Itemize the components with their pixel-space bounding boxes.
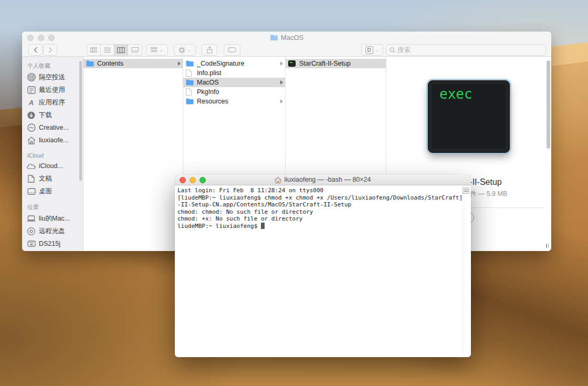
sidebar-item-nas[interactable]: DS215j bbox=[22, 237, 83, 250]
icon-view-button[interactable] bbox=[87, 45, 101, 55]
terminal-prompt-line: liudeMBP:~ liuxiaofeng$ bbox=[177, 223, 463, 230]
nas-icon bbox=[27, 239, 36, 248]
folder-icon bbox=[270, 34, 278, 41]
group-by-icon bbox=[151, 47, 157, 53]
sidebar-item-creative-cloud[interactable]: Creative... bbox=[22, 121, 83, 134]
sidebar-item-label: liuxiaofe... bbox=[39, 137, 68, 144]
chevron-down-icon: ⌄ bbox=[159, 47, 163, 53]
preview-scrollbar[interactable] bbox=[547, 60, 550, 149]
file-name: _CodeSignature bbox=[197, 60, 279, 67]
tags-button[interactable] bbox=[224, 44, 240, 56]
file-row-macos[interactable]: MacOS bbox=[183, 78, 285, 87]
share-icon bbox=[207, 46, 213, 54]
chevron-right-icon bbox=[280, 80, 283, 85]
sidebar-item-desktop[interactable]: 桌面 bbox=[22, 185, 83, 197]
back-button[interactable] bbox=[28, 44, 43, 56]
finder-titlebar[interactable]: MacOS bbox=[22, 32, 551, 57]
document-icon bbox=[186, 69, 194, 77]
gallery-view-icon bbox=[131, 47, 139, 53]
terminal-window-title: liuxiaofeng — -bash — 80×24 bbox=[175, 176, 471, 184]
sidebar-item-mac[interactable]: liu的Mac... bbox=[22, 212, 83, 225]
file-name: StarCraft-II-Setup bbox=[299, 60, 384, 67]
sidebar-item-label: 最近使用 bbox=[39, 86, 65, 95]
mac-icon bbox=[27, 214, 36, 223]
sidebar-section-icloud: iCloud bbox=[22, 150, 83, 160]
gear-icon bbox=[178, 47, 185, 54]
remote-disc-icon bbox=[27, 227, 36, 236]
list-view-icon bbox=[104, 47, 111, 53]
chevron-right-icon bbox=[48, 47, 52, 53]
search-placeholder: 搜索 bbox=[397, 46, 411, 55]
dropbox-d-button[interactable]: D ⌄ bbox=[361, 44, 383, 56]
sidebar-item-label: 隔空投送 bbox=[39, 73, 65, 82]
file-row-codesignature[interactable]: _CodeSignature bbox=[183, 59, 285, 68]
home-proxy-icon bbox=[275, 177, 281, 183]
sidebar-item-label: 应用程序 bbox=[39, 98, 65, 107]
file-row-infoplist[interactable]: Info.plist bbox=[183, 68, 285, 78]
action-button[interactable]: ⌄ bbox=[174, 44, 196, 56]
search-icon bbox=[390, 47, 395, 53]
sidebar-item-label: iCloud... bbox=[39, 162, 63, 170]
file-name: Contents bbox=[97, 60, 176, 67]
chevron-down-icon: ⌄ bbox=[187, 47, 192, 53]
file-row-starcraft-setup[interactable]: StarCraft-II-Setup bbox=[286, 59, 386, 68]
exec-label: exec bbox=[439, 86, 472, 102]
terminal-scrollbar-track[interactable] bbox=[463, 185, 463, 357]
chevron-down-icon: ⌄ bbox=[375, 47, 380, 53]
sidebar-scrollbar[interactable] bbox=[79, 61, 82, 181]
tag-icon bbox=[228, 47, 236, 53]
view-mode-control bbox=[87, 44, 142, 56]
column-view-button[interactable] bbox=[114, 45, 128, 55]
downloads-icon bbox=[27, 111, 36, 120]
terminal-line: Last login: Fri Feb 8 11:28:24 on ttys00… bbox=[177, 187, 463, 194]
sidebar-item-label: Creative... bbox=[39, 124, 69, 131]
forward-button[interactable] bbox=[43, 44, 57, 56]
executable-preview-icon[interactable]: exec bbox=[428, 80, 510, 153]
gallery-view-button[interactable] bbox=[128, 45, 142, 55]
sidebar-item-label: 远程光盘 bbox=[39, 227, 65, 236]
sidebar-item-downloads[interactable]: 下载 bbox=[22, 109, 83, 121]
chevron-right-icon bbox=[280, 61, 283, 66]
group-button[interactable]: ⌄ bbox=[146, 44, 168, 56]
terminal-cursor bbox=[261, 223, 265, 229]
file-row-contents[interactable]: Contents bbox=[83, 59, 183, 68]
folder-icon bbox=[186, 98, 194, 105]
terminal-marks-button[interactable] bbox=[463, 187, 469, 194]
file-row-pkginfo[interactable]: PkgInfo bbox=[183, 87, 285, 97]
search-field[interactable]: 搜索 bbox=[386, 44, 546, 56]
finder-column-1: Contents bbox=[83, 57, 183, 251]
sidebar-item-label: 文稿 bbox=[39, 174, 52, 183]
recents-icon bbox=[27, 86, 36, 95]
column-view-icon bbox=[117, 47, 125, 53]
terminal-window: liuxiaofeng — -bash — 80×24 Last login: … bbox=[175, 175, 471, 357]
terminal-titlebar[interactable]: liuxiaofeng — -bash — 80×24 bbox=[175, 175, 471, 185]
column-resize-handle[interactable] bbox=[546, 244, 549, 248]
sidebar-item-home[interactable]: liuxiaofe... bbox=[22, 134, 83, 147]
terminal-line: chmod: chmod: No such file or directory bbox=[177, 208, 463, 216]
sidebar-item-documents[interactable]: 文稿 bbox=[22, 172, 83, 185]
sidebar-item-applications[interactable]: A 应用程序 bbox=[22, 96, 83, 109]
sidebar-item-label: liu的Mac... bbox=[39, 214, 70, 223]
sidebar-item-remote-disc[interactable]: 远程光盘 bbox=[22, 225, 83, 237]
list-view-button[interactable] bbox=[101, 45, 114, 55]
icon-view-icon bbox=[90, 47, 97, 53]
sidebar-item-airdrop[interactable]: 隔空投送 bbox=[22, 71, 83, 84]
terminal-body[interactable]: Last login: Fri Feb 8 11:28:24 on ttys00… bbox=[175, 185, 471, 357]
desktop-icon bbox=[27, 187, 36, 196]
sidebar-item-icloud-drive[interactable]: iCloud... bbox=[22, 160, 83, 172]
airdrop-icon bbox=[27, 73, 36, 82]
sidebar-item-label: 下载 bbox=[39, 111, 52, 120]
sidebar-section-favorites: 个人收藏 bbox=[22, 60, 83, 71]
file-name: Resources bbox=[197, 98, 279, 105]
icloud-icon bbox=[27, 162, 36, 171]
documents-icon bbox=[27, 174, 36, 183]
folder-icon bbox=[86, 60, 94, 67]
finder-toolbar: ⌄ ⌄ D ⌄ 搜索 bbox=[22, 44, 551, 57]
share-button[interactable] bbox=[202, 44, 217, 56]
sidebar-item-recents[interactable]: 最近使用 bbox=[22, 84, 83, 96]
file-row-resources[interactable]: Resources bbox=[183, 97, 285, 106]
sidebar-item-label: DS215j bbox=[39, 240, 60, 247]
desktop: MacOS bbox=[0, 0, 588, 386]
file-name: PkgInfo bbox=[197, 88, 283, 96]
folder-icon bbox=[186, 79, 194, 86]
